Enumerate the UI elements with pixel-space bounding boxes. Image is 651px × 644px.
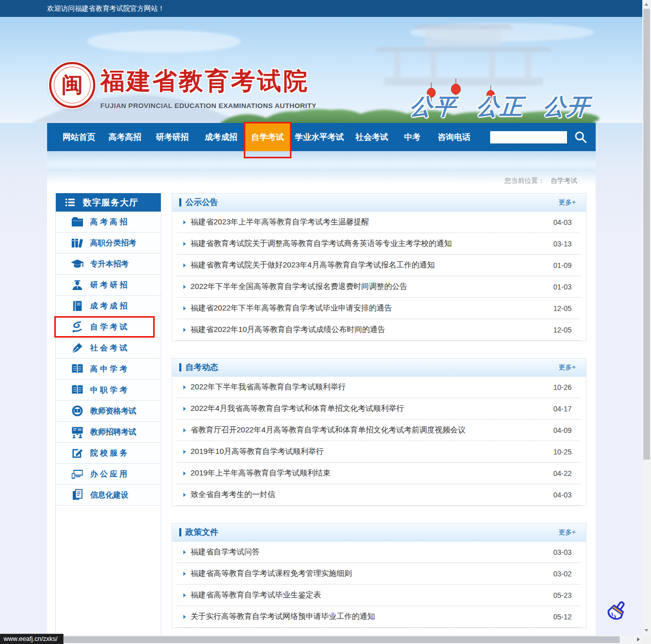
list-item[interactable]: 省教育厅召开2022年4月高等教育自学考试和体育单招文化考试考前调度视频会议 0…	[177, 420, 581, 441]
vertical-scrollbar[interactable]	[642, 0, 651, 635]
search-input[interactable]	[490, 131, 567, 143]
main-nav: 网站首页 高考高招 研考研招 成考成招 自学考试 学业水平考试	[47, 123, 596, 151]
list-item[interactable]: 福建省高等教育自学考试毕业生鉴定表 05-23	[177, 585, 581, 606]
item-title[interactable]: 2022年下半年我省高等教育自学考试顺利举行	[191, 382, 346, 392]
list-item[interactable]: 福建省自学考试问答 03-03	[177, 542, 581, 563]
item-title[interactable]: 福建省教育考试院关于调整高等教育自学考试商务英语等专业主考学校的通知	[191, 239, 452, 248]
list-item[interactable]: 福建省教育考试院关于调整高等教育自学考试商务英语等专业主考学校的通知 03-13	[177, 233, 581, 255]
folder-icon	[71, 215, 84, 228]
sidebar-item[interactable]: 专升本招考	[56, 254, 161, 275]
list-item[interactable]: 2022年下半年我省高等教育自学考试顺利举行 10-26	[177, 377, 581, 398]
nav-item-label: 社会考试	[355, 133, 388, 141]
item-title[interactable]: 福建省自学考试问答	[191, 547, 260, 557]
search-button[interactable]	[574, 130, 587, 144]
list-item[interactable]: 福建省2022年下半年高等教育自学考试毕业申请安排的通告 12-05	[177, 298, 581, 319]
item-arrow-icon	[183, 471, 186, 475]
list-item[interactable]: 关于实行高等教育自学考试网络预申请毕业工作的通知 05-12	[177, 606, 581, 628]
horizontal-scrollbar-thumb[interactable]	[0, 636, 620, 643]
header-slogan: 公平 公正 公开	[409, 92, 592, 122]
list-item[interactable]: 2019年10月高等教育自学考试顺利举行 10-25	[177, 441, 581, 463]
open-book-icon	[71, 383, 84, 397]
title-block: 福建省教育考试院 FUJIAN PROVINCIAL EDUCATION EXA…	[100, 65, 317, 110]
panel-header: 政策文件 更多+	[172, 524, 586, 542]
nav-item-label: 学业水平考试	[295, 133, 344, 141]
nav-item[interactable]: 学业水平考试	[290, 123, 349, 151]
item-title[interactable]: 关于实行高等教育自学考试网络预申请毕业工作的通知	[191, 612, 375, 621]
item-date: 05-23	[545, 591, 572, 599]
badge-icon	[71, 404, 84, 418]
nav-item[interactable]: 网站首页	[56, 123, 102, 151]
site-title: 福建省教育考试院	[100, 65, 317, 97]
sidebar-item[interactable]: 中 职 学 考	[56, 380, 161, 401]
list-item[interactable]: 2019年上半年高等教育自学考试顺利结束 04-22	[177, 463, 581, 484]
announcement-list: 福建省2023年上半年高等教育自学考试考生温馨提醒 04-03 福建省教育考试院…	[172, 212, 586, 341]
nav-item[interactable]: 成考成招	[197, 123, 245, 151]
item-date: 10-25	[545, 448, 572, 456]
panel-title: 公示公告	[185, 197, 218, 208]
nav-item[interactable]: 社会考试	[349, 123, 395, 151]
nav-item-label: 成考成招	[205, 133, 238, 141]
more-link[interactable]: 更多+	[558, 363, 576, 372]
binders-icon	[71, 236, 84, 250]
item-title[interactable]: 2019年10月高等教育自学考试顺利举行	[191, 447, 324, 456]
sidebar-item[interactable]: 教师招聘考试	[56, 422, 161, 443]
breadcrumb-current[interactable]: 自学考试	[551, 176, 577, 185]
item-title[interactable]: 省教育厅召开2022年4月高等教育自学考试和体育单招文化考试考前调度视频会议	[191, 425, 466, 435]
sidebar-item[interactable]: 高 中 学 考	[56, 359, 161, 380]
nav-item-label: 网站首页	[62, 133, 95, 141]
nav-item[interactable]: 高考高招	[102, 123, 148, 151]
more-link[interactable]: 更多+	[558, 198, 576, 207]
list-item[interactable]: 福建省2022年10月高等教育自学考试成绩公布时间的通告 12-05	[177, 319, 581, 341]
item-title[interactable]: 福建省2022年10月高等教育自学考试成绩公布时间的通告	[191, 325, 385, 335]
item-title[interactable]: 福建省2023年上半年高等教育自学考试考生温馨提醒	[191, 217, 369, 227]
nav-item[interactable]: 咨询电话	[430, 123, 478, 151]
announcement-list: 2022年下半年我省高等教育自学考试顺利举行 10-26 2022年4月我省高等…	[172, 377, 586, 506]
sidebar-item[interactable]: 高职分类招考	[56, 233, 161, 254]
list-item[interactable]: 福建省高等教育自学考试课程免考管理实施细则 03-02	[177, 563, 581, 585]
vertical-scrollbar-thumb[interactable]	[643, 9, 650, 460]
list-item[interactable]: 福建省2023年上半年高等教育自学考试考生温馨提醒 04-03	[177, 212, 581, 233]
item-title[interactable]: 2019年上半年高等教育自学考试顺利结束	[191, 468, 330, 478]
panel-public-notices: 公示公告 更多+ 福建省2023年上半年高等教育自学考试考生温馨提醒 04-03…	[172, 193, 586, 341]
item-arrow-icon	[183, 285, 186, 289]
item-title[interactable]: 福建省教育考试院关于做好2023年4月高等教育自学考试报名工作的通知	[191, 260, 435, 270]
panel-policy-documents: 政策文件 更多+ 福建省自学考试问答 03-03 福建省高等教育自学考试课程免考…	[172, 523, 586, 628]
item-title[interactable]: 福建省2022年下半年高等教育自学考试毕业申请安排的通告	[191, 303, 392, 313]
list-item[interactable]: 2022年下半年全国高等教育自学考试报名费退费时间调整的公告 01-03	[177, 276, 581, 298]
scroll-down-arrow-icon[interactable]	[644, 629, 648, 632]
nav-item[interactable]: 自学考试	[245, 123, 290, 151]
sidebar-item[interactable]: 成 考 成 招	[56, 296, 161, 317]
devices-icon	[71, 467, 84, 481]
open-book-icon	[71, 362, 84, 376]
announcement-list: 福建省自学考试问答 03-03 福建省高等教育自学考试课程免考管理实施细则 03…	[172, 542, 586, 628]
list-item[interactable]: 致全省自考考生的一封信 04-03	[177, 484, 581, 506]
item-title[interactable]: 2022年下半年全国高等教育自学考试报名费退费时间调整的公告	[191, 282, 407, 292]
sidebar-item[interactable]: 信息化建设	[56, 485, 161, 506]
horizontal-scrollbar[interactable]	[0, 635, 642, 644]
item-title[interactable]: 福建省高等教育自学考试课程免考管理实施细则	[191, 569, 352, 578]
sidebar-tail	[56, 506, 161, 635]
sidebar-item[interactable]: 研 考 研 招	[56, 275, 161, 296]
sidebar-item[interactable]: 社 会 考 试	[56, 338, 161, 359]
sidebar-header: 数字服务大厅	[56, 193, 161, 212]
sidebar-item[interactable]: 院 校 服 务	[56, 443, 161, 464]
nav-item[interactable]: 研考研招	[148, 123, 197, 151]
nav-item[interactable]: 中考	[395, 123, 430, 151]
item-date: 04-22	[545, 469, 572, 477]
sidebar-item[interactable]: 高 考 高 招	[56, 212, 161, 233]
list-item[interactable]: 2022年4月我省高等教育自学考试和体育单招文化考试顺利举行 04-17	[177, 398, 581, 420]
item-title[interactable]: 致全省自考考生的一封信	[191, 490, 275, 500]
panel-title-bar	[179, 198, 181, 206]
sidebar-item[interactable]: 办 公 应 用	[56, 464, 161, 485]
item-arrow-icon	[183, 220, 186, 224]
panel-selfexam-news: 自考动态 更多+ 2022年下半年我省高等教育自学考试顺利举行 10-26 20…	[172, 358, 586, 506]
scroll-up-arrow-icon[interactable]	[644, 3, 648, 6]
more-link[interactable]: 更多+	[558, 528, 576, 537]
sidebar-item[interactable]: 自 学 考 试	[56, 317, 161, 338]
sidebar-item[interactable]: 教师资格考试	[56, 401, 161, 422]
item-title[interactable]: 2022年4月我省高等教育自学考试和体育单招文化考试顺利举行	[191, 404, 404, 413]
scroll-right-arrow-icon[interactable]	[637, 637, 640, 641]
item-title[interactable]: 福建省高等教育自学考试毕业生鉴定表	[191, 590, 321, 600]
list-item[interactable]: 福建省教育考试院关于做好2023年4月高等教育自学考试报名工作的通知 01-09	[177, 255, 581, 276]
item-arrow-icon	[183, 306, 186, 310]
